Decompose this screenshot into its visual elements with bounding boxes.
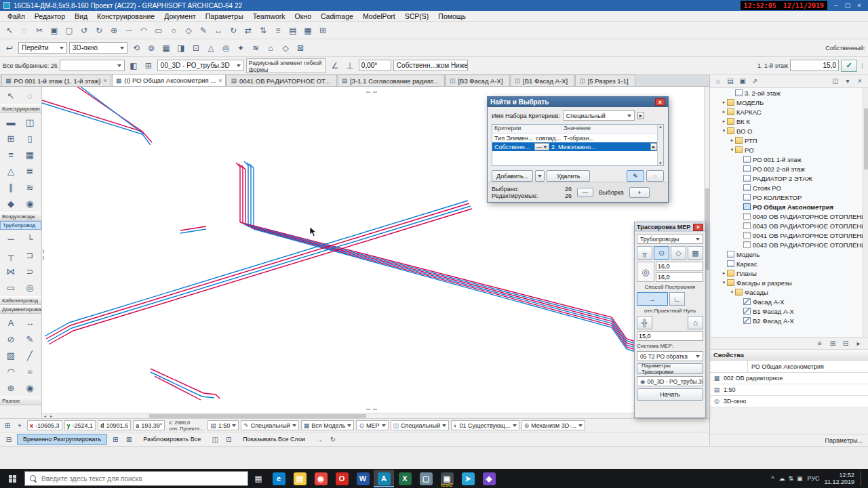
- menu-item[interactable]: Cadimage: [316, 12, 358, 20]
- tree-item[interactable]: ▾ Фасады: [710, 287, 868, 297]
- close-view-icon[interactable]: ⊠: [294, 41, 307, 55]
- archicad[interactable]: A: [374, 470, 394, 487]
- elevation-input[interactable]: [790, 60, 839, 71]
- menu-item[interactable]: Помощь: [433, 12, 471, 20]
- circle-icon[interactable]: ○: [167, 24, 180, 37]
- grid-icon[interactable]: ⊞: [142, 59, 155, 73]
- unlock-all-button[interactable]: Разблокировать Все: [137, 434, 207, 445]
- browser-red[interactable]: O: [332, 470, 352, 487]
- tree-item[interactable]: 0041 ОВ РАДИАТОРНОЕ ОТОПЛЕНИЕ ТРУБА И ИЗ: [710, 230, 868, 240]
- menu-item[interactable]: Файл: [3, 12, 30, 20]
- layers-icon[interactable]: ≡: [271, 24, 285, 37]
- tree-item[interactable]: ▾ РО: [710, 145, 868, 155]
- property-row[interactable]: ◎ 3D-окно: [710, 396, 868, 407]
- arrow-tool-icon[interactable]: ↖: [1, 87, 20, 104]
- mesh-icon[interactable]: ≋: [249, 41, 262, 55]
- favorites-combo[interactable]: [60, 60, 125, 71]
- railing-tool-icon[interactable]: ∥: [1, 179, 20, 195]
- text-tool-icon[interactable]: А: [1, 314, 20, 331]
- start-routing-button[interactable]: Начать: [637, 388, 703, 401]
- view-tab[interactable]: ▦ (I) РО Общая Аксонометрия ... ×: [112, 74, 226, 86]
- angle-input[interactable]: [359, 60, 391, 71]
- view-map-icon[interactable]: ▤: [725, 76, 736, 87]
- expander-icon[interactable]: ▾: [729, 289, 735, 295]
- column-tool-icon[interactable]: ▯: [20, 130, 39, 146]
- pencil-icon[interactable]: ✎: [197, 24, 210, 37]
- menu-item[interactable]: Окно: [290, 12, 316, 20]
- mirror-icon[interactable]: ⇄: [241, 24, 255, 37]
- collapse-icon[interactable]: ▾: [842, 76, 853, 87]
- marquee-select-button[interactable]: ◌: [646, 170, 664, 182]
- equipment-tool-icon[interactable]: ▭: [1, 279, 20, 296]
- tree-item[interactable]: ▸ ВК К: [710, 117, 868, 126]
- line-icon[interactable]: ─: [122, 24, 136, 37]
- criteria-row-selected[interactable]: Собственн... — 2. Межэтажно... ▸: [492, 142, 657, 151]
- routing-view-combo[interactable]: ◉ 00_3D - РО_трубы.3D: [637, 376, 703, 386]
- tree-item[interactable]: 0043 ОВ РАДИАТОРНОЕ ОТОПЛЕНИЕ ПРИБОРЫ 2: [710, 221, 868, 230]
- view-tab[interactable]: ◫ [5 Разрез 1-1]: [575, 75, 635, 86]
- vm-test2[interactable]: ▣ test2: [437, 470, 457, 487]
- tab-close-icon[interactable]: ×: [218, 77, 222, 84]
- rotate-icon[interactable]: ↻: [226, 24, 240, 37]
- object-snap-icon[interactable]: ◇: [279, 41, 292, 55]
- view-tab[interactable]: ▤ [3-1.1 Согласование радиат...: [338, 75, 445, 86]
- dialog-close-button[interactable]: ×: [655, 98, 665, 106]
- construction-alt-button[interactable]: ∟: [669, 292, 685, 306]
- palette-close-button[interactable]: ×: [693, 224, 703, 231]
- fill-tool-icon[interactable]: ▨: [1, 347, 20, 363]
- menu-item[interactable]: Вид: [70, 12, 92, 20]
- view-name-value[interactable]: РО Общая Аксонометрия: [748, 363, 868, 370]
- pipe-width-input[interactable]: [656, 262, 703, 271]
- link-to-storey-combo[interactable]: Собственн...жом Ниже: [393, 60, 468, 71]
- view-tab[interactable]: ◫ [В3 Фасад А-Х]: [446, 75, 510, 86]
- menu-item[interactable]: Параметры: [201, 12, 248, 20]
- layer-icon[interactable]: ◫: [210, 434, 220, 445]
- properties-header[interactable]: Свойства: [710, 350, 868, 361]
- tree-item[interactable]: ▸ МОДЕЛЬ: [710, 98, 868, 107]
- forward-icon[interactable]: →: [314, 434, 325, 445]
- paste-icon[interactable]: ▢: [62, 24, 76, 37]
- menu-item[interactable]: SCP(S): [400, 12, 434, 20]
- arc-tool-icon[interactable]: ◠: [1, 363, 20, 380]
- line-tool-icon[interactable]: ╱: [20, 347, 39, 363]
- panel-close-icon[interactable]: ×: [854, 76, 865, 87]
- tree-item[interactable]: В1 Фасад А-Х: [710, 306, 868, 316]
- nav-delete-icon[interactable]: ⊟: [840, 338, 851, 349]
- pen-set-combo[interactable]: ✎ Специальный: [241, 420, 299, 430]
- pick-element-button[interactable]: ✎: [627, 170, 644, 182]
- expander-icon[interactable]: ▸: [721, 270, 727, 276]
- tree-item[interactable]: 0040 ОВ РАДИАТОРНОЕ ОТОПЛЕНИЕ ЭЛЕМЕНТЫ: [710, 211, 868, 221]
- suspend-groups-icon[interactable]: ⊟: [3, 434, 14, 445]
- goto-combo[interactable]: Перейти: [18, 42, 67, 54]
- toolbox-section-pipes[interactable]: Трубопровод: [0, 221, 41, 230]
- pipe-tee-tool-icon[interactable]: ┬: [1, 247, 20, 263]
- terminal-tool-icon[interactable]: ◎: [20, 279, 39, 296]
- tree-scroll-thumb[interactable]: [864, 108, 868, 169]
- camera-tool-icon[interactable]: ◉: [20, 380, 39, 396]
- layout-book-icon[interactable]: ▣: [737, 76, 748, 87]
- cloud-icon[interactable]: ☁: [779, 475, 785, 482]
- nav-new-icon[interactable]: ⊞: [827, 338, 838, 349]
- pipe-cap-tool-icon[interactable]: ⊃: [20, 263, 39, 279]
- expander-icon[interactable]: ▸: [721, 119, 727, 124]
- coordinate-field[interactable]: d 10901,6: [98, 420, 131, 430]
- stair-tool-icon[interactable]: ≣: [20, 163, 39, 179]
- publisher-icon[interactable]: ⇗: [749, 76, 760, 87]
- tree-item[interactable]: 0043 ОВ РАДИАТОРНОЕ ОТОПЛЕНИЕ ПРИБОРЫ 1: [710, 240, 868, 249]
- toolbox-section-ducts[interactable]: Воздуховоды: [0, 212, 41, 221]
- routing-mode-drop[interactable]: ▦: [688, 246, 703, 260]
- expander-icon[interactable]: ▾: [721, 128, 727, 134]
- tree-scrollbar[interactable]: [863, 88, 868, 337]
- dimension-tool-icon[interactable]: ↔: [20, 314, 39, 331]
- nav-open-icon[interactable]: ▸: [853, 338, 864, 349]
- nav-settings-icon[interactable]: ≡: [814, 338, 825, 349]
- start-button[interactable]: [1, 470, 23, 487]
- routing-mode-horizontal[interactable]: ╥: [637, 246, 652, 260]
- cut-icon[interactable]: ✂: [33, 24, 46, 37]
- tree-item[interactable]: В2 Фасад А-Х: [710, 316, 868, 325]
- home-storey-icon[interactable]: ⌂: [688, 316, 703, 329]
- project-map-icon[interactable]: ⌂: [713, 76, 724, 87]
- copy-icon[interactable]: ▣: [47, 24, 61, 37]
- poly-icon[interactable]: ◇: [182, 24, 195, 37]
- origin-icon[interactable]: ⌖: [14, 420, 25, 431]
